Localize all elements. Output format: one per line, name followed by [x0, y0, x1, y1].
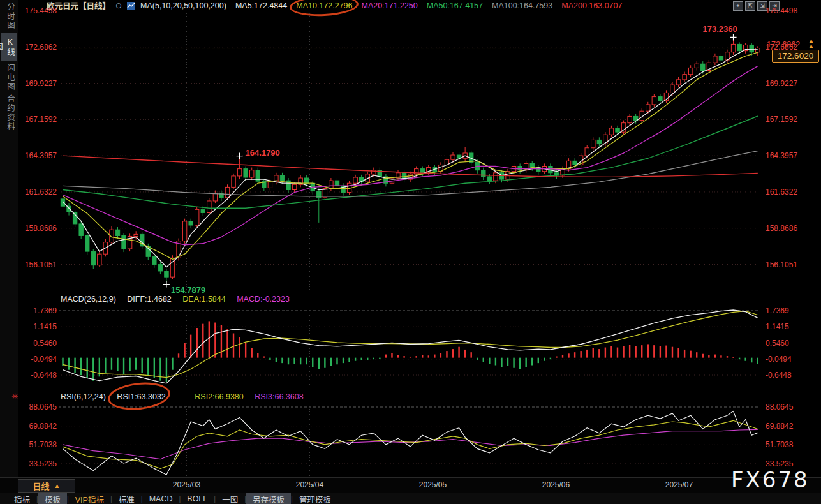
axis-left-icon[interactable]: ⇱: [745, 1, 755, 11]
toolbar-item-标准[interactable]: 标准: [112, 493, 141, 504]
axis-tick-label: 167.1592: [19, 115, 57, 124]
axis-tick-label: 161.6322: [19, 188, 57, 196]
sidebar-tab-闪电图[interactable]: 闪电图: [1, 64, 17, 92]
axis-tick-label: 169.9227: [19, 79, 57, 88]
toolbar-item-模板[interactable]: 模板: [38, 493, 67, 504]
chart-header: 欧元日元【日线】 ⊖ MA(5,10,20,50,100,200) MA5:17…: [19, 0, 821, 11]
axis-tick-label: 88.0645: [766, 403, 817, 411]
ma-value: MA100:164.7593: [492, 1, 552, 10]
ma-value-label: MA100:164.7593: [492, 1, 552, 10]
ma-value-label: MA200:163.0707: [561, 1, 622, 10]
axis-tick-label: 167.1592: [766, 115, 817, 124]
sidebar-tab-K线图[interactable]: K线图: [1, 33, 17, 61]
ma-value-label: MA10:172.2796: [296, 1, 352, 10]
price-annotation: 173.2360: [703, 24, 737, 34]
date-label: 2025/05: [415, 480, 450, 489]
ma-value-label: MA50:167.4157: [427, 1, 483, 10]
date-label: 2025/06: [538, 480, 573, 489]
ma-value-label: MA5:172.4844: [235, 1, 287, 10]
axis-tick-label: 161.6322: [766, 188, 817, 196]
ma-value-label: MA20:171.2250: [361, 1, 417, 10]
axis-tick-label: 69.8842: [766, 422, 817, 431]
axis-tick-label: 172.6862: [19, 43, 57, 52]
axis-tick-label: 169.9227: [766, 79, 817, 88]
axis-tick-label: 158.8686: [19, 224, 57, 233]
toolbar-item-一图[interactable]: 一图: [216, 493, 244, 504]
rsi-title: RSI(6,12,24): [61, 392, 106, 401]
toolbar-item-另存模板[interactable]: 另存模板: [246, 493, 291, 504]
move-icon[interactable]: +: [733, 1, 743, 11]
collapse-icon[interactable]: ⊖: [115, 1, 122, 10]
ma-value: MA10:172.2796: [296, 1, 352, 10]
axis-tick-label: 33.5235: [19, 459, 57, 468]
toolbar-item-管理模板[interactable]: 管理模板: [293, 493, 337, 504]
toolbar-item-MACD[interactable]: MACD: [143, 494, 179, 504]
axis-tick-label: 51.7038: [19, 440, 57, 449]
ma-values: MA5:172.4844MA10:172.2796MA20:171.2250MA…: [226, 1, 623, 10]
toolbar-item-指标[interactable]: 指标: [8, 493, 36, 504]
ma-value: MA20:171.2250: [361, 1, 417, 10]
macd-dea-value: DEA:1.5844: [182, 295, 225, 304]
price-annotation: 164.1790: [246, 148, 280, 158]
candlestick-chart[interactable]: [59, 11, 760, 290]
axis-tick-label: 156.1051: [766, 260, 817, 269]
current-price-box: 172.6020: [772, 50, 819, 63]
axis-tick-label: -0.6448: [19, 371, 57, 380]
rsi-legend: RSI(6,12,24) RSI1:63.3032 RSI2:66.9380 R…: [61, 392, 313, 401]
macd-diff-value: DIFF:1.4682: [127, 295, 171, 304]
axis-tick-label: 156.1051: [19, 260, 57, 269]
toolbar-item-VIP指标[interactable]: VIP指标: [69, 493, 110, 504]
axis-tick-label: -0.0494: [766, 355, 817, 364]
ma-value: MA5:172.4844: [235, 1, 287, 10]
date-label: 2025/04: [292, 480, 327, 489]
axis-tick-label: 1.1415: [766, 322, 817, 331]
rsi2-value: RSI2:66.9380: [195, 392, 243, 401]
chevron-up-icon: ▲: [54, 482, 61, 489]
axis-tick-label: -0.0494: [19, 355, 57, 364]
macd-title: MACD(26,12,9): [61, 295, 116, 304]
axis-tick-label: 1.1415: [19, 322, 57, 331]
axis-tick-label: 175.4498: [766, 6, 817, 15]
axis-tick-label: -0.6448: [766, 371, 817, 380]
trading-app-window: 分时图K线图闪电图合约资料 欧元日元【日线】 ⊖ MA(5,10,20,50,1…: [0, 0, 821, 504]
date-axis: 日线 ▲ 2025/032025/042025/052025/062025/07: [0, 478, 821, 493]
axis-tick-label: 164.3957: [19, 151, 57, 160]
toolbar-item-BOLL[interactable]: BOLL: [181, 494, 214, 504]
axis-tick-label: 164.3957: [766, 151, 817, 160]
macd-macd-value: MACD:-0.2323: [237, 295, 290, 304]
axis-tick-label: 158.8686: [766, 224, 817, 233]
ma-settings-label: MA(5,10,20,50,100,200): [140, 1, 226, 10]
axis-tick-label: 1.7369: [766, 306, 817, 315]
ma-value: MA50:167.4157: [427, 1, 483, 10]
watermark: FX678: [731, 467, 810, 493]
rsi3-value: RSI3:66.3608: [255, 392, 303, 401]
axis-tick-label: 175.4498: [19, 6, 57, 15]
chart-type-sidebar: 分时图K线图闪电图合约资料: [0, 0, 18, 478]
axis-tick-label: 0.5460: [766, 339, 817, 348]
ma-value: MA200:163.0707: [561, 1, 622, 10]
sidebar-tab-分时图[interactable]: 分时图: [1, 3, 17, 31]
date-label: 2025/07: [662, 480, 697, 489]
macd-panel[interactable]: [59, 308, 760, 389]
divider: [0, 477, 821, 478]
axis-tick-label: 69.8842: [19, 422, 57, 431]
axis-tick-label: 51.7038: [766, 440, 817, 449]
rsi1-wrapper: RSI1:63.3032: [117, 392, 174, 401]
axis-tick-label: 88.0645: [19, 403, 57, 411]
bottom-toolbar: 指标|模板|VIP指标|标准|MACD|BOLL|一图|另存模板|管理模板: [0, 493, 821, 504]
macd-legend: MACD(26,12,9) DIFF:1.4682 DEA:1.5844 MAC…: [61, 295, 299, 304]
period-label: 日线: [33, 480, 50, 492]
sidebar-tab-合约资料[interactable]: 合约资料: [1, 94, 17, 131]
axis-tick-label: 1.7369: [19, 306, 57, 315]
rsi1-value: RSI1:63.3032: [117, 392, 165, 401]
price-annotation: 154.7879: [171, 285, 205, 295]
axis-tick-label: 0.5460: [19, 339, 57, 348]
date-label: 2025/03: [168, 480, 204, 489]
status-indicator-icon: ✳: [11, 392, 18, 401]
dashed-level-label: 172.6862: [767, 40, 800, 49]
scroll-to-latest-icon[interactable]: ▲▲: [808, 38, 815, 48]
period-selector[interactable]: 日线 ▲: [18, 479, 75, 493]
rsi-panel[interactable]: [59, 404, 760, 478]
ma-chart-icon: [127, 2, 135, 10]
